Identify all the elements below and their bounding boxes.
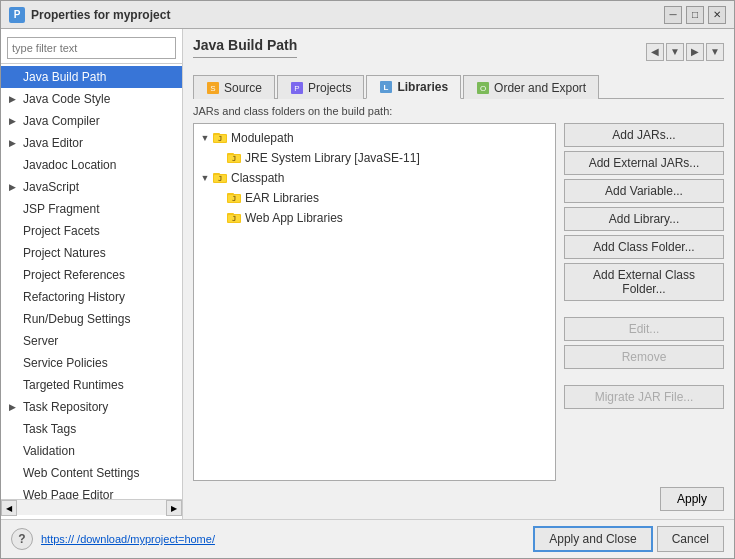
sidebar-item-task-tags[interactable]: Task Tags <box>1 418 182 440</box>
apply-button[interactable]: Apply <box>660 487 724 511</box>
sidebar-item-java-compiler[interactable]: ▶Java Compiler <box>1 110 182 132</box>
sidebar-arrow-icon: ▶ <box>9 134 21 152</box>
svg-text:P: P <box>294 84 299 93</box>
add-variable-button[interactable]: Add Variable... <box>564 179 724 203</box>
minimize-button[interactable]: ─ <box>664 6 682 24</box>
main-apply-row: Apply <box>193 487 724 511</box>
sidebar-item-task-repository[interactable]: ▶Task Repository <box>1 396 182 418</box>
sidebar-item-java-code-style[interactable]: ▶Java Code Style <box>1 88 182 110</box>
tree-node-modulepath: ▼ J Modulepath J JRE System Library [Jav… <box>198 128 551 168</box>
tree-item-jre-system-library[interactable]: J JRE System Library [JavaSE-11] <box>198 148 551 168</box>
add-class-folder-button[interactable]: Add Class Folder... <box>564 235 724 259</box>
close-button[interactable]: ✕ <box>708 6 726 24</box>
filter-input[interactable] <box>7 37 176 59</box>
sidebar-item-validation[interactable]: Validation <box>1 440 182 462</box>
svg-text:J: J <box>232 195 236 203</box>
remove-button[interactable]: Remove <box>564 345 724 369</box>
tree-view: ▼ J Modulepath J JRE System Library [Jav… <box>193 123 556 481</box>
add-library-button[interactable]: Add Library... <box>564 207 724 231</box>
sidebar-item-web-page-editor[interactable]: Web Page Editor <box>1 484 182 499</box>
nav-forward-button[interactable]: ▶ <box>686 43 704 61</box>
nav-back-button[interactable]: ◀ <box>646 43 664 61</box>
tree-node-icon: J <box>212 171 228 185</box>
cancel-button[interactable]: Cancel <box>657 526 724 552</box>
help-button[interactable]: ? <box>11 528 33 550</box>
main-content-area: Java Build Path ◀ ▼ ▶ ▼ SSourcePProjects… <box>183 29 734 519</box>
apply-and-close-button[interactable]: Apply and Close <box>533 526 652 552</box>
tab-libraries[interactable]: LLibraries <box>366 75 461 99</box>
maximize-button[interactable]: □ <box>686 6 704 24</box>
tab-source[interactable]: SSource <box>193 75 275 99</box>
tab-icon-projects: P <box>290 81 304 95</box>
tab-order-and-export[interactable]: OOrder and Export <box>463 75 599 99</box>
sidebar-item-label: Project Natures <box>23 244 106 262</box>
sidebar-item-jsp-fragment[interactable]: JSP Fragment <box>1 198 182 220</box>
sidebar-item-label: Project References <box>23 266 125 284</box>
sidebar-item-label: JavaScript <box>23 178 79 196</box>
nav-arrows: ◀ ▼ ▶ ▼ <box>646 43 724 61</box>
title-bar-buttons: ─ □ ✕ <box>664 6 726 24</box>
sidebar-item-java-build-path[interactable]: Java Build Path <box>1 66 182 88</box>
tree-node-icon: J <box>212 131 228 145</box>
sidebar-item-label: Web Page Editor <box>23 486 114 499</box>
sidebar-item-label: Targeted Runtimes <box>23 376 124 394</box>
sidebar-item-label: Java Code Style <box>23 90 110 108</box>
sidebar-item-run-debug-settings[interactable]: Run/Debug Settings <box>1 308 182 330</box>
add-external-class-folder-button[interactable]: Add External Class Folder... <box>564 263 724 301</box>
scroll-right-button[interactable]: ▶ <box>166 500 182 516</box>
window-title: Properties for myproject <box>31 8 664 22</box>
sidebar-item-refactoring-history[interactable]: Refactoring History <box>1 286 182 308</box>
sidebar-arrow-icon: ▶ <box>9 398 21 416</box>
nav-forward-dropdown-button[interactable]: ▼ <box>706 43 724 61</box>
left-panel: ▼ J Modulepath J JRE System Library [Jav… <box>193 123 556 481</box>
tree-item-classpath[interactable]: ▼ J Classpath <box>198 168 551 188</box>
tree-node-icon: J <box>226 191 242 205</box>
sidebar-item-label: Web Content Settings <box>23 464 140 482</box>
tree-item-ear-libraries[interactable]: J EAR Libraries <box>198 188 551 208</box>
sidebar-item-label: Task Tags <box>23 420 76 438</box>
sidebar-item-service-policies[interactable]: Service Policies <box>1 352 182 374</box>
tree-node-label: Classpath <box>231 169 284 187</box>
build-area: ▼ J Modulepath J JRE System Library [Jav… <box>193 123 724 481</box>
svg-text:J: J <box>218 175 222 183</box>
sidebar-item-project-references[interactable]: Project References <box>1 264 182 286</box>
title-bar: P Properties for myproject ─ □ ✕ <box>1 1 734 29</box>
add-external-jars-button[interactable]: Add External JARs... <box>564 151 724 175</box>
sidebar-item-project-natures[interactable]: Project Natures <box>1 242 182 264</box>
tab-icon-source: S <box>206 81 220 95</box>
sidebar-item-targeted-runtimes[interactable]: Targeted Runtimes <box>1 374 182 396</box>
properties-window: P Properties for myproject ─ □ ✕ Java Bu… <box>0 0 735 559</box>
sidebar-arrow-icon: ▶ <box>9 178 21 196</box>
sidebar-item-label: Java Compiler <box>23 112 100 130</box>
tab-projects[interactable]: PProjects <box>277 75 364 99</box>
tree-item-web-app-libraries[interactable]: J Web App Libraries <box>198 208 551 228</box>
sidebar-list: Java Build Path▶Java Code Style▶Java Com… <box>1 66 182 499</box>
status-bar: https:// /download/myproject=home/ <box>37 533 529 545</box>
svg-text:J: J <box>232 155 236 163</box>
sidebar-item-javascript[interactable]: ▶JavaScript <box>1 176 182 198</box>
sidebar-item-label: Java Editor <box>23 134 83 152</box>
add-jars-button[interactable]: Add JARs... <box>564 123 724 147</box>
sidebar-horizontal-scroll: ◀ ▶ <box>1 499 182 515</box>
svg-text:J: J <box>232 215 236 223</box>
section-title: Java Build Path <box>193 37 297 58</box>
tree-node-icon: J <box>226 211 242 225</box>
scroll-left-button[interactable]: ◀ <box>1 500 17 516</box>
scroll-track <box>17 500 166 515</box>
sidebar-item-java-editor[interactable]: ▶Java Editor <box>1 132 182 154</box>
svg-text:O: O <box>480 84 486 93</box>
sidebar-item-label: Javadoc Location <box>23 156 116 174</box>
section-header-row: Java Build Path ◀ ▼ ▶ ▼ <box>193 37 724 66</box>
tree-item-modulepath[interactable]: ▼ J Modulepath <box>198 128 551 148</box>
sidebar-item-javadoc-location[interactable]: Javadoc Location <box>1 154 182 176</box>
sidebar-item-project-facets[interactable]: Project Facets <box>1 220 182 242</box>
edit-button[interactable]: Edit... <box>564 317 724 341</box>
tree-node-label: Web App Libraries <box>245 209 343 227</box>
nav-dropdown-button[interactable]: ▼ <box>666 43 684 61</box>
sidebar-item-label: Server <box>23 332 58 350</box>
tree-node-classpath: ▼ J Classpath J EAR Libraries J Web App … <box>198 168 551 228</box>
sidebar-item-web-content-settings[interactable]: Web Content Settings <box>1 462 182 484</box>
migrate-jar-button[interactable]: Migrate JAR File... <box>564 385 724 409</box>
sidebar: Java Build Path▶Java Code Style▶Java Com… <box>1 29 183 519</box>
sidebar-item-server[interactable]: Server <box>1 330 182 352</box>
